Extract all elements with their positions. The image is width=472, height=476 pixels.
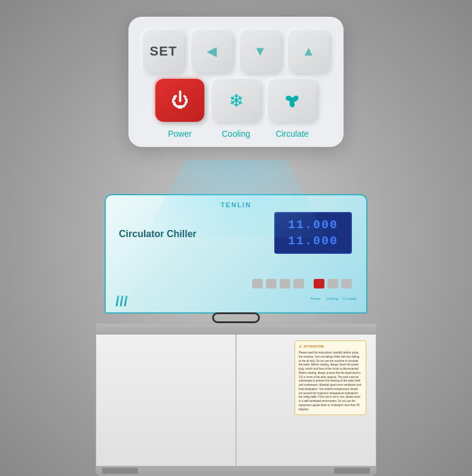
up-arrow-icon: ▲: [302, 44, 315, 59]
machine-bottom: [96, 466, 376, 475]
deco-line-3: [124, 296, 127, 306]
mini-cooling-btn[interactable]: [327, 279, 338, 288]
mini-circulate-label: Circulate: [342, 297, 355, 300]
mini-power-label: Power: [309, 297, 322, 300]
mini-set-btn[interactable]: [252, 279, 263, 288]
circulate-label: Circulate: [268, 129, 317, 139]
warning-icon: ⚠: [299, 344, 302, 349]
power-button[interactable]: ⏻: [155, 79, 204, 122]
svg-point-0: [291, 99, 294, 102]
machine-right-panel: ⚠ ATTENTION Please read the instructions…: [237, 334, 376, 466]
mini-power-btn[interactable]: [314, 279, 324, 288]
deco-line-2: [119, 296, 123, 306]
left-button[interactable]: ◀: [191, 30, 232, 73]
attention-text: Please read the instructions carefully b…: [299, 351, 362, 411]
label-row: Power Cooling Circulate: [143, 128, 329, 139]
attention-header: ⚠ ATTENTION: [299, 344, 362, 349]
bottom-button-row: ⏻ ❄: [143, 79, 329, 122]
bottom-foot-right: [334, 468, 370, 474]
mini-up-btn[interactable]: [293, 279, 304, 288]
mini-cooling-label: Cooling: [326, 297, 339, 300]
down-button[interactable]: ▼: [240, 30, 281, 73]
down-arrow-icon: ▼: [254, 44, 267, 59]
mini-down-btn[interactable]: [280, 279, 290, 288]
machine-left-panel: [96, 334, 237, 466]
machine-handle: [212, 312, 260, 323]
machine-base: ⚠ ATTENTION Please read the instructions…: [96, 323, 376, 476]
mini-left-btn[interactable]: [266, 279, 277, 288]
set-label: SET: [150, 44, 177, 59]
up-button[interactable]: ▲: [288, 30, 329, 73]
set-button[interactable]: SET: [143, 30, 184, 73]
snowflake-icon: ❄: [229, 90, 244, 111]
scene: SET ◀ ▼ ▲ ⏻ ❄: [0, 0, 472, 476]
decorative-lines: [117, 296, 127, 306]
mini-circulate-btn[interactable]: [341, 279, 352, 288]
power-icon: ⏻: [171, 90, 189, 110]
mini-labels: Power Cooling Circulate: [309, 297, 355, 300]
fan-icon: [281, 90, 303, 111]
deco-line-1: [115, 296, 119, 306]
attention-sticker: ⚠ ATTENTION Please read the instructions…: [295, 340, 366, 415]
cooling-label: Cooling: [212, 129, 260, 139]
machine-body: ⚠ ATTENTION Please read the instructions…: [96, 334, 376, 466]
attention-label: ATTENTION: [304, 344, 324, 349]
mini-buttons: [252, 279, 352, 288]
power-label: Power: [155, 129, 204, 139]
top-button-row: SET ◀ ▼ ▲: [143, 30, 329, 73]
control-panel: SET ◀ ▼ ▲ ⏻ ❄: [128, 17, 344, 147]
cooling-button[interactable]: ❄: [212, 79, 260, 122]
left-arrow-icon: ◀: [207, 44, 217, 59]
machine-top-strip: [96, 324, 376, 334]
circulate-button[interactable]: [268, 79, 317, 122]
bottom-foot-left: [102, 468, 138, 474]
light-beam: [134, 160, 338, 238]
